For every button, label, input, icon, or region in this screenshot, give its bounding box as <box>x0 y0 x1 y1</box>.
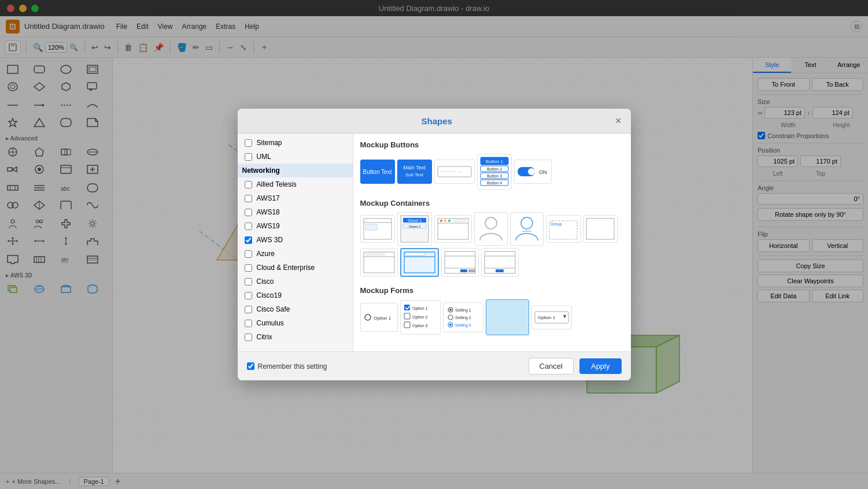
cisco-safe-checkbox[interactable] <box>245 306 252 313</box>
mockup-forms-previews: Option 1 Option 1 Option 2 Option 3 <box>360 299 624 335</box>
sp-checkbox-group-2[interactable] <box>486 299 529 335</box>
svg-rect-126 <box>405 253 426 255</box>
svg-text:Sheet 1: Sheet 1 <box>407 218 421 223</box>
sp-container-1[interactable] <box>360 215 395 243</box>
ml-networking-header: Networking <box>238 164 353 177</box>
cisco-label: Cisco <box>257 277 274 286</box>
sp-group-container[interactable]: Group <box>546 215 581 243</box>
citrix-checkbox[interactable] <box>245 334 252 341</box>
svg-point-112 <box>444 220 446 222</box>
svg-text:Group: Group <box>551 222 562 227</box>
ml-uml[interactable]: UML <box>238 150 353 164</box>
modal-right-panel: Mockup Buttons Button Text Main TextSub … <box>353 134 631 351</box>
azure-label: Azure <box>257 250 275 258</box>
modal-left-panel: Sitemap UML Networking Allied Telesis AW… <box>238 134 353 351</box>
apply-button[interactable]: Apply <box>579 358 622 374</box>
modal-body: Sitemap UML Networking Allied Telesis AW… <box>238 134 631 351</box>
allied-telesis-checkbox[interactable] <box>245 181 252 188</box>
modal-footer: Remember this setting Cancel Apply <box>238 351 631 380</box>
svg-rect-135 <box>496 269 504 272</box>
mockup-buttons-previews: Button Text Main TextSub Text <box>360 154 624 190</box>
citrix-label: Citrix <box>257 333 272 341</box>
ml-aws18[interactable]: AWS18 <box>238 205 353 219</box>
sp-dialog-1[interactable] <box>441 248 479 277</box>
mockup-buttons-category: Mockup Buttons Button Text Main TextSub … <box>360 140 624 190</box>
ml-cisco[interactable]: Cisco <box>238 275 353 288</box>
svg-text:Option 1: Option 1 <box>538 315 556 320</box>
aws3d-checkbox[interactable] <box>245 236 252 244</box>
allied-telesis-label: Allied Telesis <box>257 180 297 188</box>
sitemap-label: Sitemap <box>257 139 282 147</box>
aws18-label: AWS18 <box>257 208 280 216</box>
svg-rect-131 <box>468 269 475 272</box>
svg-text:Button 4: Button 4 <box>486 181 501 185</box>
mockup-forms-title: Mockup Forms <box>360 286 624 295</box>
cisco19-checkbox[interactable] <box>245 292 252 299</box>
svg-rect-123 <box>365 253 385 255</box>
cloud-enterprise-label: Cloud & Enterprise <box>257 264 315 272</box>
azure-checkbox[interactable] <box>245 250 252 258</box>
ml-sitemap[interactable]: Sitemap <box>238 136 353 150</box>
sp-person-2[interactable] <box>510 212 544 246</box>
ml-aws17[interactable]: AWS17 <box>238 191 353 205</box>
sp-button-text[interactable]: Button Text <box>360 160 395 184</box>
ml-azure[interactable]: Azure <box>238 247 353 261</box>
svg-rect-142 <box>404 322 410 328</box>
sp-checkbox-list[interactable]: Option 1 Option 2 Option 3 <box>400 300 441 335</box>
cumulus-checkbox[interactable] <box>245 320 252 327</box>
modal-close-button[interactable]: × <box>615 116 622 126</box>
sitemap-checkbox[interactable] <box>245 139 252 147</box>
modal-title: Shapes <box>258 116 615 126</box>
mockup-containers-category: Mockup Containers Sheet 1Sheet 2 <box>360 199 624 277</box>
aws17-checkbox[interactable] <box>245 195 252 202</box>
cancel-button[interactable]: Cancel <box>529 358 574 375</box>
sp-container-2[interactable]: Sheet 1Sheet 2 <box>397 212 432 246</box>
svg-rect-120 <box>586 218 614 239</box>
sp-main-text[interactable]: Main TextSub Text <box>397 160 432 184</box>
ml-citrix[interactable]: Citrix <box>238 330 353 344</box>
sp-input-field[interactable] <box>434 160 475 184</box>
svg-text:Setting 1: Setting 1 <box>455 308 471 313</box>
ml-aws3d[interactable]: AWS 3D <box>238 233 353 247</box>
ml-cumulus[interactable]: Cumulus <box>238 316 353 330</box>
svg-text:Option 3: Option 3 <box>412 324 428 328</box>
sp-container-3[interactable] <box>583 215 618 243</box>
svg-point-150 <box>449 324 452 326</box>
cloud-enterprise-checkbox[interactable] <box>245 264 252 272</box>
svg-point-145 <box>449 309 452 311</box>
svg-text:Option 1: Option 1 <box>374 316 391 321</box>
sp-person-1[interactable] <box>474 212 508 246</box>
svg-point-147 <box>448 315 453 320</box>
sp-toggle-on[interactable]: ON <box>514 160 552 184</box>
svg-point-99 <box>528 168 535 175</box>
uml-checkbox[interactable] <box>245 153 252 161</box>
sp-radio-group[interactable]: Setting 1 Setting 2 Setting 3 <box>443 302 483 332</box>
svg-rect-152 <box>489 302 526 332</box>
shapes-modal: Shapes × Sitemap UML Networking Allied T… <box>238 109 631 380</box>
aws3d-label: AWS 3D <box>257 236 283 244</box>
sp-dialog-2[interactable] <box>481 248 519 277</box>
modal-overlay: Shapes × Sitemap UML Networking Allied T… <box>0 0 868 489</box>
sp-radio-option[interactable]: Option 1 <box>360 303 398 332</box>
modal-header: Shapes × <box>238 109 631 134</box>
aws17-label: AWS17 <box>257 194 280 202</box>
sp-browser-2[interactable] <box>360 249 398 276</box>
sp-browser-3[interactable] <box>400 248 439 277</box>
aws18-checkbox[interactable] <box>245 209 252 216</box>
networking-label: Networking <box>242 166 280 175</box>
ml-cisco-safe[interactable]: Cisco Safe <box>238 302 353 316</box>
ml-aws19[interactable]: AWS19 <box>238 219 353 233</box>
remember-checkbox[interactable] <box>247 362 254 370</box>
ml-allied-telesis[interactable]: Allied Telesis <box>238 177 353 191</box>
svg-text:Setting 3: Setting 3 <box>455 323 471 328</box>
sp-button-list[interactable]: Button 1 Button 2 Button 3 Button 4 <box>477 154 512 190</box>
svg-rect-130 <box>460 269 467 272</box>
ml-cisco19[interactable]: Cisco19 <box>238 288 353 302</box>
aws19-checkbox[interactable] <box>245 223 252 230</box>
svg-text:Option 2: Option 2 <box>412 315 428 320</box>
cisco-checkbox[interactable] <box>245 278 252 286</box>
svg-point-113 <box>448 220 450 222</box>
sp-browser-container[interactable] <box>434 215 472 243</box>
sp-dropdown[interactable]: Option 1 <box>531 305 572 329</box>
ml-cloud-enterprise[interactable]: Cloud & Enterprise <box>238 261 353 275</box>
